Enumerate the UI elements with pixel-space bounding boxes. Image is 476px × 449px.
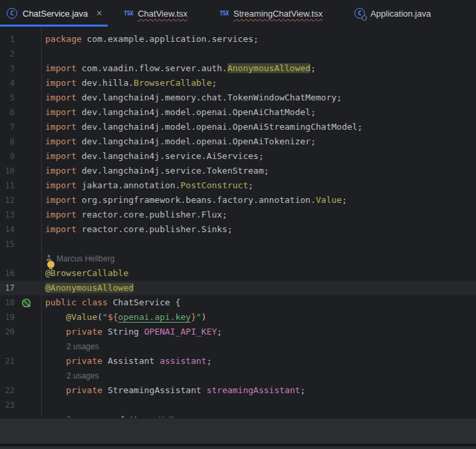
code-line-8[interactable]: 8import dev.langchain4j.model.openai.Ope… <box>0 134 476 149</box>
token: @Value <box>66 312 97 322</box>
code-line-21[interactable]: 21 private Assistant assistant; <box>0 354 476 369</box>
tab-ChatView.tsx[interactable]: TSXChatView.tsx <box>108 0 203 27</box>
line-number: 10 <box>0 164 15 178</box>
code-line-14[interactable]: 14import reactor.core.publisher.Sinks; <box>0 222 476 237</box>
line-number: 14 <box>0 222 15 237</box>
code-text: @AnonymousAllowed <box>41 281 134 295</box>
run-badge-icon <box>362 15 367 21</box>
tab-label: ChatService.java <box>23 9 88 19</box>
ide-window: CChatService.java✕TSXChatView.tsxTSXStre… <box>0 0 476 449</box>
class-gutter-icon[interactable] <box>15 298 37 308</box>
code-line-2[interactable]: 2 <box>0 47 476 61</box>
token <box>76 297 82 307</box>
usages-hint[interactable]: 2 usages <box>66 412 99 418</box>
inlay-hint[interactable]: 2 usagesMarcus Hellberg <box>0 412 476 418</box>
code-line-4[interactable]: 4import dev.hilla.BrowserCallable; <box>0 76 476 90</box>
gutter: 11 <box>0 178 41 193</box>
inlay-content: 2 usagesMarcus Hellberg <box>41 412 188 418</box>
token: AnonymousAllowed <box>227 63 310 73</box>
intention-bulb-icon[interactable] <box>47 261 55 268</box>
token: ; <box>300 385 306 395</box>
code-line-6[interactable]: 6import dev.langchain4j.model.openai.Ope… <box>0 105 476 120</box>
editor-tab-bar: CChatService.java✕TSXChatView.tsxTSXStre… <box>0 0 476 27</box>
line-number: 17 <box>0 281 15 295</box>
tsx-file-icon: TSX <box>124 10 133 17</box>
token <box>45 312 66 322</box>
inlay-hint[interactable]: 2 usages <box>0 339 476 354</box>
code-line-12[interactable]: 12import org.springframework.beans.facto… <box>0 193 476 208</box>
token: ) <box>201 312 207 322</box>
tab-Application.java[interactable]: CApplication.java <box>338 0 447 27</box>
inlay-content: 2 usages <box>41 339 99 354</box>
token: String <box>102 327 144 337</box>
author-hint[interactable]: Marcus Hellberg <box>130 412 188 418</box>
tab-StreamingChatView.tsx[interactable]: TSXStreamingChatView.tsx <box>203 0 338 27</box>
gutter: 13 <box>0 208 41 222</box>
close-icon[interactable]: ✕ <box>96 9 102 18</box>
tab-ChatService.java[interactable]: CChatService.java✕ <box>0 0 108 27</box>
token: reactor.core.publisher.Flux; <box>76 210 227 220</box>
gutter: 1 <box>0 32 41 47</box>
code-text <box>41 237 45 251</box>
code-line-11[interactable]: 11import jakarta.annotation.PostConstruc… <box>0 178 476 193</box>
code-line-23[interactable]: 23 <box>0 398 476 412</box>
gutter: 2 <box>0 47 41 61</box>
code-text: private String OPENAI_API_KEY; <box>41 325 222 339</box>
code-line-9[interactable]: 9import dev.langchain4j.service.AiServic… <box>0 149 476 164</box>
token: import <box>45 166 76 176</box>
token: PostConstruct <box>181 180 249 190</box>
line-number: 5 <box>0 90 15 105</box>
gutter: 23 <box>0 398 41 412</box>
usages-hint[interactable]: 2 usages <box>66 339 99 354</box>
code-line-17[interactable]: 17@AnonymousAllowed <box>0 281 476 295</box>
code-line-15[interactable]: 15 <box>0 237 476 251</box>
code-text: import jakarta.annotation.PostConstruct; <box>41 178 253 193</box>
code-line-22[interactable]: 22 private StreamingAssistant streamingA… <box>0 383 476 398</box>
token: private <box>66 327 102 337</box>
code-line-20[interactable]: 20 private String OPENAI_API_KEY; <box>0 325 476 339</box>
gutter: 22 <box>0 383 41 398</box>
code-line-5[interactable]: 5import dev.langchain4j.memory.chat.Toke… <box>0 90 476 105</box>
java-class-icon: C <box>7 8 18 19</box>
author-hint[interactable]: Marcus Hellberg <box>57 251 114 266</box>
code-text: @Value("${openai.api.key}") <box>41 310 207 325</box>
token: " <box>102 312 108 322</box>
token: ; <box>310 63 316 73</box>
token: import <box>45 107 76 117</box>
gutter <box>0 369 41 383</box>
gutter <box>0 339 41 354</box>
code-line-10[interactable]: 10import dev.langchain4j.service.TokenSt… <box>0 164 476 178</box>
gutter: 16 <box>0 266 41 281</box>
inlay-hint[interactable]: Marcus Hellberg <box>0 251 476 266</box>
token: StreamingAssistant <box>102 385 207 395</box>
line-number: 1 <box>0 32 15 47</box>
code-line-18[interactable]: 18public class ChatService { <box>0 295 476 310</box>
code-editor[interactable]: 1package com.example.application.service… <box>0 27 476 418</box>
token: com.vaadin.flow.server.auth. <box>76 63 227 73</box>
tsx-file-icon: TSX <box>219 10 229 17</box>
usages-hint[interactable]: 2 usages <box>66 369 99 383</box>
gutter: 7 <box>0 120 41 134</box>
code-line-7[interactable]: 7import dev.langchain4j.model.openai.Ope… <box>0 120 476 134</box>
gutter: 12 <box>0 193 41 208</box>
code-line-13[interactable]: 13import reactor.core.publisher.Flux; <box>0 208 476 222</box>
token: private <box>66 385 102 395</box>
line-number: 20 <box>0 325 15 339</box>
status-bar <box>0 446 476 449</box>
code-line-19[interactable]: 19 @Value("${openai.api.key}") <box>0 310 476 325</box>
gutter: 3 <box>0 61 41 76</box>
inlay-content: 2 usages <box>41 369 99 383</box>
token: " <box>196 312 201 322</box>
inlay-hint[interactable]: 2 usages <box>0 369 476 383</box>
code-text: import dev.langchain4j.service.TokenStre… <box>41 164 269 178</box>
code-line-16[interactable]: 16@BrowserCallable <box>0 266 476 281</box>
line-number: 21 <box>0 354 15 369</box>
line-number: 18 <box>0 295 15 310</box>
token: openai.api.key <box>118 312 191 322</box>
code-line-1[interactable]: 1package com.example.application.service… <box>0 32 476 47</box>
code-line-3[interactable]: 3import com.vaadin.flow.server.auth.Anon… <box>0 61 476 76</box>
gutter: 4 <box>0 76 41 90</box>
tab-label: StreamingChatView.tsx <box>233 9 322 19</box>
code-text: private Assistant assistant; <box>41 354 211 369</box>
token: ; <box>211 78 217 88</box>
